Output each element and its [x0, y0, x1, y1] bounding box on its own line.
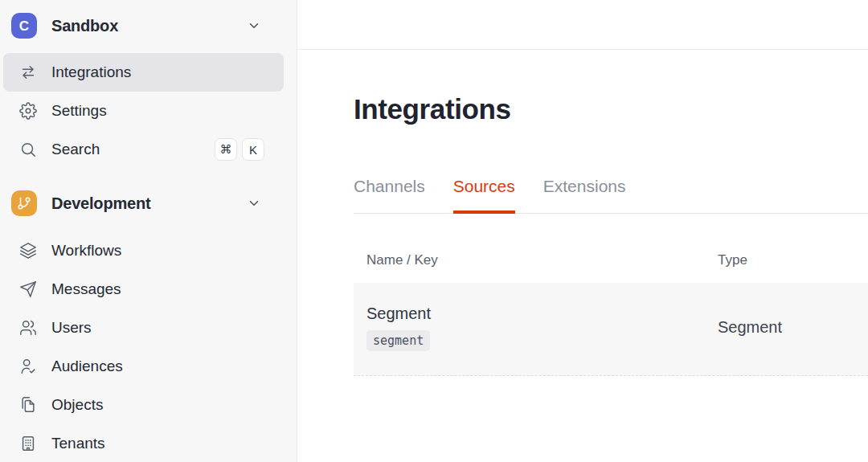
sidebar-item-settings[interactable]: Settings	[3, 92, 284, 130]
table-header: Name / Key Type	[354, 214, 868, 283]
workspace-switcher[interactable]: C Sandbox	[0, 10, 297, 42]
sidebar-item-audiences[interactable]: Audiences	[3, 347, 284, 386]
tabs: Channels Sources Extensions	[354, 177, 868, 214]
workspace-name: Sandbox	[51, 17, 118, 35]
sidebar-item-integrations[interactable]: Integrations	[3, 53, 284, 92]
sidebar-item-label: Integrations	[51, 63, 131, 81]
page-title: Integrations	[354, 90, 868, 129]
source-key-badge: segment	[366, 330, 430, 351]
page-content: Integrations Channels Sources Extensions…	[297, 50, 868, 376]
top-bar	[297, 0, 868, 50]
sidebar-item-label: Messages	[51, 280, 121, 298]
logo-letter: C	[19, 19, 29, 33]
gear-icon	[19, 102, 37, 120]
sidebar-item-messages[interactable]: Messages	[3, 270, 284, 309]
layers-icon	[19, 242, 37, 260]
sidebar-section-development[interactable]: Development	[0, 183, 297, 223]
section-label: Development	[51, 194, 150, 213]
courier-logo-icon: C	[11, 13, 37, 39]
paper-plane-icon	[19, 280, 37, 298]
app-root: C Sandbox Integrations Settings	[0, 0, 868, 462]
tab-extensions[interactable]: Extensions	[543, 177, 626, 213]
sidebar-item-label: Search	[51, 141, 100, 158]
sidebar-item-label: Tenants	[51, 435, 105, 452]
development-nav: Workflows Messages Users Audiences	[0, 231, 297, 462]
chevron-down-icon	[247, 18, 261, 33]
column-header-name-key: Name / Key	[354, 252, 718, 268]
cmd-key-badge: ⌘	[215, 138, 237, 161]
tab-sources[interactable]: Sources	[453, 177, 515, 213]
search-shortcut: ⌘ K	[215, 138, 264, 161]
sidebar: C Sandbox Integrations Settings	[0, 0, 297, 462]
swap-arrows-icon	[19, 63, 37, 81]
name-key-cell: Segment segment	[354, 304, 718, 351]
source-name: Segment	[366, 304, 718, 323]
search-icon	[19, 141, 37, 158]
sidebar-item-label: Workflows	[51, 242, 121, 260]
users-icon	[19, 319, 37, 337]
sidebar-item-label: Settings	[51, 102, 107, 120]
tab-channels[interactable]: Channels	[354, 177, 425, 213]
chevron-down-icon	[247, 196, 261, 211]
sidebar-item-label: Objects	[51, 396, 103, 414]
sidebar-item-users[interactable]: Users	[3, 309, 284, 347]
primary-nav: Integrations Settings Search ⌘ K	[0, 53, 297, 169]
sidebar-item-workflows[interactable]: Workflows	[3, 231, 284, 270]
main-area: Integrations Channels Sources Extensions…	[297, 0, 868, 462]
table-row-segment[interactable]: Segment segment Segment	[354, 283, 868, 376]
source-type: Segment	[718, 318, 868, 337]
sidebar-item-label: Audiences	[51, 358, 123, 375]
building-icon	[19, 435, 37, 452]
git-branch-icon	[11, 190, 37, 216]
user-check-icon	[19, 358, 37, 375]
copy-pages-icon	[19, 396, 37, 414]
k-key-badge: K	[242, 138, 264, 161]
sidebar-item-objects[interactable]: Objects	[3, 386, 284, 424]
column-header-type: Type	[718, 252, 868, 268]
sidebar-item-search[interactable]: Search ⌘ K	[3, 130, 284, 169]
sidebar-item-tenants[interactable]: Tenants	[3, 424, 284, 462]
integrations-table: Name / Key Type Segment segment Segment	[354, 214, 868, 376]
sidebar-item-label: Users	[51, 319, 92, 337]
